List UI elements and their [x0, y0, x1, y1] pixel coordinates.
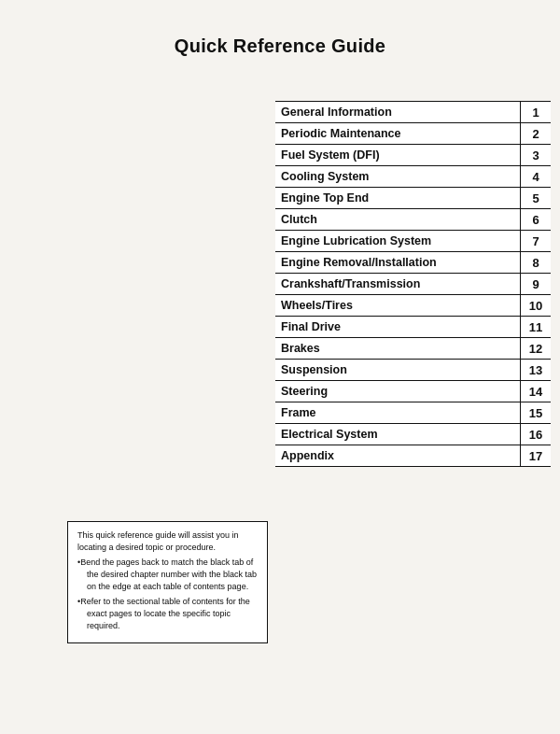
toc-row: Periodic Maintenance2 — [275, 122, 551, 144]
toc-number: 11 — [521, 317, 551, 337]
toc-row: Cooling System4 — [275, 165, 551, 187]
toc-row: Steering14 — [275, 380, 551, 402]
toc-label: Electrical System — [275, 424, 521, 445]
toc-label: Final Drive — [275, 317, 521, 337]
toc-number: 17 — [521, 445, 551, 466]
note-bullet1: •Bend the pages back to match the black … — [77, 557, 258, 593]
toc-label: Steering — [275, 381, 521, 402]
toc-number: 1 — [521, 102, 551, 122]
toc-label: Frame — [275, 402, 521, 423]
toc-number: 10 — [521, 295, 551, 316]
toc-label: Engine Lubrication System — [275, 231, 521, 251]
toc-row: Engine Top End5 — [275, 187, 551, 208]
toc-row: Wheels/Tires10 — [275, 294, 551, 316]
toc-label: Appendix — [275, 445, 521, 466]
toc-row: Electrical System16 — [275, 423, 551, 445]
toc-number: 4 — [521, 166, 551, 187]
toc-row: Clutch6 — [275, 208, 551, 230]
toc-row: Final Drive11 — [275, 316, 551, 337]
toc-label: Brakes — [275, 338, 521, 359]
toc-number: 8 — [521, 252, 551, 273]
toc-label: Engine Removal/Installation — [275, 252, 521, 273]
toc-number: 15 — [521, 402, 551, 423]
toc-number: 13 — [521, 360, 551, 380]
toc-row: Fuel System (DFI)3 — [275, 144, 551, 165]
toc-number: 6 — [521, 209, 551, 230]
toc-number: 3 — [521, 145, 551, 165]
toc-row: Crankshaft/Transmission9 — [275, 273, 551, 294]
toc-row: Frame15 — [275, 402, 551, 423]
toc-label: Suspension — [275, 360, 521, 380]
toc-row: Engine Removal/Installation8 — [275, 251, 551, 273]
toc-label: Fuel System (DFI) — [275, 145, 521, 165]
toc-container: General Information1Periodic Maintenance… — [275, 101, 551, 467]
note-box: This quick reference guide will assist y… — [67, 521, 268, 643]
toc-label: Cooling System — [275, 166, 521, 187]
toc-row: Brakes12 — [275, 337, 551, 359]
toc-label: General Information — [275, 102, 521, 122]
toc-row: Suspension13 — [275, 359, 551, 380]
note-bullet2: •Refer to the sectional table of content… — [77, 596, 258, 632]
toc-row: Engine Lubrication System7 — [275, 230, 551, 251]
toc-row: Appendix17 — [275, 445, 551, 467]
toc-number: 16 — [521, 424, 551, 445]
toc-number: 2 — [521, 123, 551, 144]
toc-number: 7 — [521, 231, 551, 251]
toc-label: Clutch — [275, 209, 521, 230]
toc-number: 14 — [521, 381, 551, 402]
toc-label: Engine Top End — [275, 188, 521, 208]
toc-label: Crankshaft/Transmission — [275, 274, 521, 294]
toc-row: General Information1 — [275, 101, 551, 122]
page: Quick Reference Guide General Informatio… — [0, 0, 560, 734]
toc-number: 9 — [521, 274, 551, 294]
note-intro: This quick reference guide will assist y… — [77, 529, 258, 554]
page-title: Quick Reference Guide — [0, 0, 560, 74]
toc-number: 12 — [521, 338, 551, 359]
toc-label: Wheels/Tires — [275, 295, 521, 316]
toc-number: 5 — [521, 188, 551, 208]
toc-label: Periodic Maintenance — [275, 123, 521, 144]
